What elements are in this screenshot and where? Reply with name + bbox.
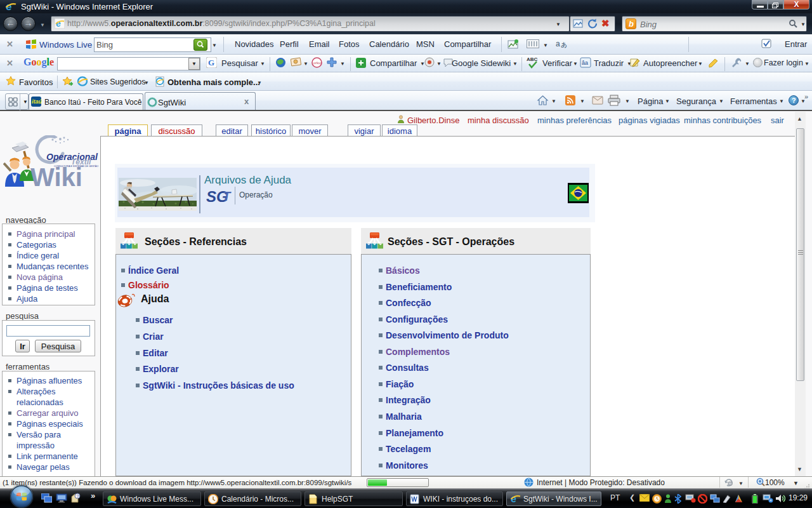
svg-text:orkut: orkut bbox=[313, 61, 322, 65]
svg-text:G: G bbox=[208, 58, 214, 67]
svg-text:âa: âa bbox=[582, 60, 588, 66]
svg-text:Wiki: Wiki bbox=[30, 163, 82, 191]
svg-text:T: T bbox=[223, 189, 232, 203]
svg-text:?: ? bbox=[77, 494, 79, 498]
